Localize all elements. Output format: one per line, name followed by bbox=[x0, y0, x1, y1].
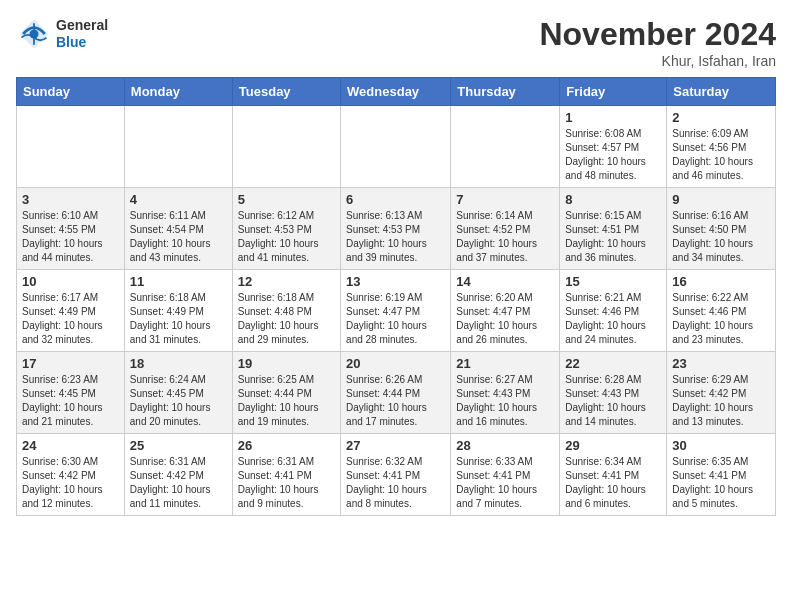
day-number: 6 bbox=[346, 192, 445, 207]
logo-general: General bbox=[56, 17, 108, 34]
day-number: 23 bbox=[672, 356, 770, 371]
day-info: Sunrise: 6:21 AM Sunset: 4:46 PM Dayligh… bbox=[565, 291, 661, 347]
calendar-cell bbox=[232, 106, 340, 188]
day-info: Sunrise: 6:29 AM Sunset: 4:42 PM Dayligh… bbox=[672, 373, 770, 429]
day-number: 17 bbox=[22, 356, 119, 371]
weekday-header-wednesday: Wednesday bbox=[341, 78, 451, 106]
calendar-cell: 18Sunrise: 6:24 AM Sunset: 4:45 PM Dayli… bbox=[124, 352, 232, 434]
calendar-cell: 26Sunrise: 6:31 AM Sunset: 4:41 PM Dayli… bbox=[232, 434, 340, 516]
day-info: Sunrise: 6:17 AM Sunset: 4:49 PM Dayligh… bbox=[22, 291, 119, 347]
calendar-cell: 30Sunrise: 6:35 AM Sunset: 4:41 PM Dayli… bbox=[667, 434, 776, 516]
weekday-header-saturday: Saturday bbox=[667, 78, 776, 106]
day-info: Sunrise: 6:10 AM Sunset: 4:55 PM Dayligh… bbox=[22, 209, 119, 265]
calendar-cell: 12Sunrise: 6:18 AM Sunset: 4:48 PM Dayli… bbox=[232, 270, 340, 352]
location: Khur, Isfahan, Iran bbox=[539, 53, 776, 69]
week-row-2: 3Sunrise: 6:10 AM Sunset: 4:55 PM Daylig… bbox=[17, 188, 776, 270]
day-info: Sunrise: 6:33 AM Sunset: 4:41 PM Dayligh… bbox=[456, 455, 554, 511]
calendar-cell bbox=[341, 106, 451, 188]
calendar-cell: 2Sunrise: 6:09 AM Sunset: 4:56 PM Daylig… bbox=[667, 106, 776, 188]
day-number: 12 bbox=[238, 274, 335, 289]
day-number: 14 bbox=[456, 274, 554, 289]
calendar-cell: 8Sunrise: 6:15 AM Sunset: 4:51 PM Daylig… bbox=[560, 188, 667, 270]
calendar-cell: 19Sunrise: 6:25 AM Sunset: 4:44 PM Dayli… bbox=[232, 352, 340, 434]
calendar-cell: 29Sunrise: 6:34 AM Sunset: 4:41 PM Dayli… bbox=[560, 434, 667, 516]
logo-text-block: General Blue bbox=[56, 17, 108, 51]
page-header: General Blue November 2024 Khur, Isfahan… bbox=[16, 16, 776, 69]
week-row-3: 10Sunrise: 6:17 AM Sunset: 4:49 PM Dayli… bbox=[17, 270, 776, 352]
day-number: 4 bbox=[130, 192, 227, 207]
calendar-cell: 7Sunrise: 6:14 AM Sunset: 4:52 PM Daylig… bbox=[451, 188, 560, 270]
week-row-4: 17Sunrise: 6:23 AM Sunset: 4:45 PM Dayli… bbox=[17, 352, 776, 434]
day-number: 29 bbox=[565, 438, 661, 453]
day-number: 21 bbox=[456, 356, 554, 371]
day-info: Sunrise: 6:19 AM Sunset: 4:47 PM Dayligh… bbox=[346, 291, 445, 347]
day-info: Sunrise: 6:16 AM Sunset: 4:50 PM Dayligh… bbox=[672, 209, 770, 265]
weekday-header-sunday: Sunday bbox=[17, 78, 125, 106]
day-info: Sunrise: 6:13 AM Sunset: 4:53 PM Dayligh… bbox=[346, 209, 445, 265]
day-info: Sunrise: 6:24 AM Sunset: 4:45 PM Dayligh… bbox=[130, 373, 227, 429]
calendar-cell: 14Sunrise: 6:20 AM Sunset: 4:47 PM Dayli… bbox=[451, 270, 560, 352]
day-info: Sunrise: 6:31 AM Sunset: 4:42 PM Dayligh… bbox=[130, 455, 227, 511]
calendar-cell: 9Sunrise: 6:16 AM Sunset: 4:50 PM Daylig… bbox=[667, 188, 776, 270]
day-info: Sunrise: 6:08 AM Sunset: 4:57 PM Dayligh… bbox=[565, 127, 661, 183]
calendar-cell: 20Sunrise: 6:26 AM Sunset: 4:44 PM Dayli… bbox=[341, 352, 451, 434]
logo: General Blue bbox=[16, 16, 108, 52]
day-info: Sunrise: 6:23 AM Sunset: 4:45 PM Dayligh… bbox=[22, 373, 119, 429]
month-title: November 2024 bbox=[539, 16, 776, 53]
day-number: 20 bbox=[346, 356, 445, 371]
calendar-cell: 3Sunrise: 6:10 AM Sunset: 4:55 PM Daylig… bbox=[17, 188, 125, 270]
logo-icon bbox=[16, 16, 52, 52]
day-number: 24 bbox=[22, 438, 119, 453]
calendar-cell: 17Sunrise: 6:23 AM Sunset: 4:45 PM Dayli… bbox=[17, 352, 125, 434]
calendar-cell bbox=[124, 106, 232, 188]
day-info: Sunrise: 6:35 AM Sunset: 4:41 PM Dayligh… bbox=[672, 455, 770, 511]
day-number: 2 bbox=[672, 110, 770, 125]
day-number: 1 bbox=[565, 110, 661, 125]
calendar-cell: 16Sunrise: 6:22 AM Sunset: 4:46 PM Dayli… bbox=[667, 270, 776, 352]
day-info: Sunrise: 6:09 AM Sunset: 4:56 PM Dayligh… bbox=[672, 127, 770, 183]
calendar-cell: 4Sunrise: 6:11 AM Sunset: 4:54 PM Daylig… bbox=[124, 188, 232, 270]
calendar-cell: 27Sunrise: 6:32 AM Sunset: 4:41 PM Dayli… bbox=[341, 434, 451, 516]
day-info: Sunrise: 6:18 AM Sunset: 4:49 PM Dayligh… bbox=[130, 291, 227, 347]
calendar-cell: 13Sunrise: 6:19 AM Sunset: 4:47 PM Dayli… bbox=[341, 270, 451, 352]
day-info: Sunrise: 6:14 AM Sunset: 4:52 PM Dayligh… bbox=[456, 209, 554, 265]
day-info: Sunrise: 6:31 AM Sunset: 4:41 PM Dayligh… bbox=[238, 455, 335, 511]
day-number: 11 bbox=[130, 274, 227, 289]
day-number: 28 bbox=[456, 438, 554, 453]
day-info: Sunrise: 6:30 AM Sunset: 4:42 PM Dayligh… bbox=[22, 455, 119, 511]
day-number: 25 bbox=[130, 438, 227, 453]
calendar-cell: 10Sunrise: 6:17 AM Sunset: 4:49 PM Dayli… bbox=[17, 270, 125, 352]
weekday-header-tuesday: Tuesday bbox=[232, 78, 340, 106]
week-row-5: 24Sunrise: 6:30 AM Sunset: 4:42 PM Dayli… bbox=[17, 434, 776, 516]
weekday-header-row: SundayMondayTuesdayWednesdayThursdayFrid… bbox=[17, 78, 776, 106]
logo-blue: Blue bbox=[56, 34, 108, 51]
day-info: Sunrise: 6:20 AM Sunset: 4:47 PM Dayligh… bbox=[456, 291, 554, 347]
day-info: Sunrise: 6:18 AM Sunset: 4:48 PM Dayligh… bbox=[238, 291, 335, 347]
calendar-cell: 24Sunrise: 6:30 AM Sunset: 4:42 PM Dayli… bbox=[17, 434, 125, 516]
day-info: Sunrise: 6:34 AM Sunset: 4:41 PM Dayligh… bbox=[565, 455, 661, 511]
calendar-table: SundayMondayTuesdayWednesdayThursdayFrid… bbox=[16, 77, 776, 516]
weekday-header-friday: Friday bbox=[560, 78, 667, 106]
day-info: Sunrise: 6:26 AM Sunset: 4:44 PM Dayligh… bbox=[346, 373, 445, 429]
day-info: Sunrise: 6:32 AM Sunset: 4:41 PM Dayligh… bbox=[346, 455, 445, 511]
calendar-cell: 22Sunrise: 6:28 AM Sunset: 4:43 PM Dayli… bbox=[560, 352, 667, 434]
calendar-cell: 25Sunrise: 6:31 AM Sunset: 4:42 PM Dayli… bbox=[124, 434, 232, 516]
day-number: 26 bbox=[238, 438, 335, 453]
calendar-cell: 5Sunrise: 6:12 AM Sunset: 4:53 PM Daylig… bbox=[232, 188, 340, 270]
day-number: 15 bbox=[565, 274, 661, 289]
weekday-header-monday: Monday bbox=[124, 78, 232, 106]
day-number: 9 bbox=[672, 192, 770, 207]
weekday-header-thursday: Thursday bbox=[451, 78, 560, 106]
day-number: 19 bbox=[238, 356, 335, 371]
title-block: November 2024 Khur, Isfahan, Iran bbox=[539, 16, 776, 69]
calendar-cell: 21Sunrise: 6:27 AM Sunset: 4:43 PM Dayli… bbox=[451, 352, 560, 434]
day-number: 13 bbox=[346, 274, 445, 289]
calendar-cell bbox=[17, 106, 125, 188]
calendar-cell bbox=[451, 106, 560, 188]
day-number: 16 bbox=[672, 274, 770, 289]
day-info: Sunrise: 6:25 AM Sunset: 4:44 PM Dayligh… bbox=[238, 373, 335, 429]
day-number: 3 bbox=[22, 192, 119, 207]
day-info: Sunrise: 6:22 AM Sunset: 4:46 PM Dayligh… bbox=[672, 291, 770, 347]
day-info: Sunrise: 6:28 AM Sunset: 4:43 PM Dayligh… bbox=[565, 373, 661, 429]
calendar-cell: 1Sunrise: 6:08 AM Sunset: 4:57 PM Daylig… bbox=[560, 106, 667, 188]
